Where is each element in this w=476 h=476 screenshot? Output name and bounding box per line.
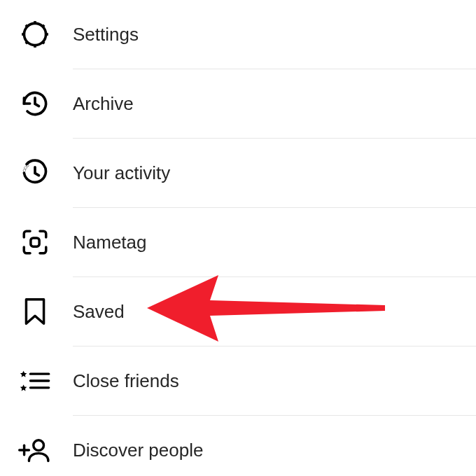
menu: Settings Archive Your activity	[0, 0, 476, 476]
svg-marker-17	[20, 371, 27, 377]
menu-label: Nametag	[73, 232, 147, 253]
menu-label: Discover people	[73, 440, 203, 461]
menu-label: Settings	[73, 24, 139, 46]
svg-line-7	[26, 25, 27, 27]
menu-item-nametag[interactable]: Nametag	[0, 208, 476, 276]
menu-label: Your activity	[73, 162, 170, 184]
close-friends-icon	[18, 364, 52, 398]
menu-item-settings[interactable]: Settings	[0, 0, 476, 69]
menu-label: Archive	[73, 93, 134, 115]
menu-item-your-activity[interactable]: Your activity	[0, 139, 476, 207]
svg-marker-13	[26, 300, 43, 324]
menu-label: Saved	[73, 301, 125, 323]
menu-item-discover-people[interactable]: Discover people	[0, 416, 476, 476]
archive-icon	[18, 87, 52, 120]
nametag-icon	[18, 225, 52, 259]
menu-item-saved[interactable]: Saved	[0, 277, 476, 346]
menu-item-archive[interactable]: Archive	[0, 69, 476, 138]
menu-item-close-friends[interactable]: Close friends	[0, 346, 476, 415]
svg-marker-18	[20, 385, 27, 391]
svg-line-6	[26, 42, 27, 43]
svg-line-8	[43, 42, 44, 43]
svg-point-0	[24, 23, 46, 45]
svg-point-19	[34, 440, 44, 451]
svg-line-5	[43, 25, 44, 27]
svg-rect-12	[31, 238, 39, 246]
menu-label: Close friends	[73, 370, 179, 392]
gear-icon	[18, 18, 52, 51]
discover-people-icon	[18, 433, 52, 467]
bookmark-icon	[18, 295, 52, 328]
activity-icon	[18, 156, 52, 190]
